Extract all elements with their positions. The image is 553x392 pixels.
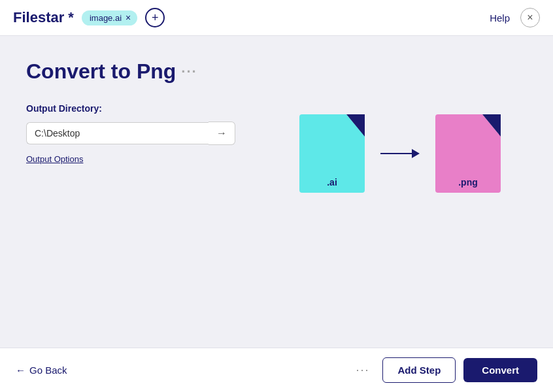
target-file-label: .png — [435, 177, 501, 188]
footer-right: ··· Add Step Convert — [350, 357, 537, 383]
conversion-arrow — [380, 144, 420, 163]
file-tag: image.ai × — [82, 10, 137, 25]
add-file-button[interactable]: + — [145, 8, 165, 27]
directory-row: → — [26, 122, 235, 145]
header-left: Filestar * image.ai × + — [13, 8, 165, 27]
directory-input[interactable] — [26, 122, 209, 144]
source-file-label: .ai — [299, 177, 365, 188]
app-title: Filestar * — [13, 9, 74, 26]
go-back-arrow-icon: ← — [16, 365, 25, 376]
convert-button[interactable]: Convert — [463, 358, 537, 382]
target-file-icon: .png — [435, 114, 501, 193]
more-options-button[interactable]: ··· — [350, 361, 375, 380]
main-content: Convert to Png ··· Output Directory: → O… — [0, 36, 553, 348]
footer-left: ← Go Back — [16, 365, 67, 376]
go-back-button[interactable]: ← Go Back — [16, 365, 67, 376]
directory-browse-button[interactable]: → — [209, 122, 235, 145]
page-title-container: Convert to Png ··· — [26, 59, 527, 84]
go-back-label: Go Back — [29, 365, 67, 376]
conversion-illustration: .ai .png — [299, 114, 501, 193]
page-title: Convert to Png — [26, 59, 176, 84]
footer: ← Go Back ··· Add Step Convert — [0, 348, 553, 392]
source-file-icon: .ai — [299, 114, 365, 193]
header: Filestar * image.ai × + Help × — [0, 0, 553, 36]
close-button[interactable]: × — [520, 8, 540, 27]
header-right: Help × — [490, 8, 540, 27]
file-tag-label: image.ai — [90, 13, 122, 23]
arrow-icon — [380, 144, 420, 163]
output-directory-label: Output Directory: — [26, 103, 527, 114]
help-link[interactable]: Help — [490, 12, 510, 24]
svg-marker-1 — [412, 149, 420, 158]
add-step-button[interactable]: Add Step — [382, 357, 456, 383]
file-tag-close-icon[interactable]: × — [126, 13, 131, 22]
title-dots: ··· — [181, 63, 197, 80]
